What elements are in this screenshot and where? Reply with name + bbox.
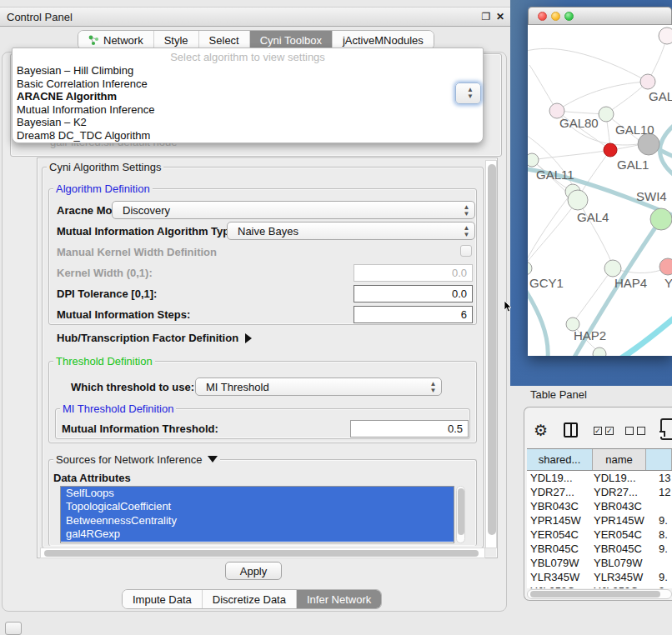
table-cell: YBL079W	[530, 557, 579, 569]
mi-threshold-label: Mutual Information Threshold:	[62, 422, 218, 435]
table-cell: YDR27...	[594, 486, 638, 498]
data-attributes-list: SelfLoopsTopologicalCoefficientBetweenne…	[60, 486, 454, 543]
table-row[interactable]: YLR345WYLR345W9.	[527, 570, 672, 584]
data-attributes-label: Data Attributes	[53, 472, 131, 484]
which-threshold-combobox[interactable]: MI Threshold ▲▼	[195, 378, 442, 396]
apply-button[interactable]: Apply	[225, 562, 282, 580]
network-canvas[interactable]: GALGAL80GAL10GAL1GAL11SWI4GAL4GCY1HAP4YH…	[528, 25, 672, 356]
mouse-cursor	[504, 301, 514, 312]
which-threshold-value: MI Threshold	[206, 381, 269, 393]
tab-style[interactable]: Style	[153, 31, 198, 49]
table-cell: YBL079W	[594, 557, 643, 569]
tab-impute-data[interactable]: Impute Data	[123, 590, 202, 608]
column-header-shared...[interactable]: shared...	[527, 449, 593, 470]
attribute-item-selfloops[interactable]: SelfLoops	[61, 487, 454, 500]
column-header-name[interactable]: name	[593, 449, 646, 470]
node-gal11[interactable]	[528, 153, 539, 167]
table-panel-title: Table Panel	[530, 388, 587, 401]
table-cell: YDR27...	[530, 486, 574, 498]
mi-threshold-field[interactable]: 0.5	[350, 420, 469, 438]
table-row[interactable]: YDR27...YDR27...12	[527, 485, 672, 499]
algorithm-option-dream8-dc-tdc-algorithm[interactable]: Dream8 DC_TDC Algorithm	[13, 129, 483, 142]
node-gcy1[interactable]	[528, 262, 532, 275]
node-top-partial[interactable]	[659, 28, 672, 44]
float-window-icon[interactable]: ❐	[480, 11, 492, 22]
attribute-item-betweennesscentrality[interactable]: BetweennessCentrality	[61, 514, 454, 528]
table-horizontal-scrollbar[interactable]	[527, 589, 672, 599]
settings-vertical-scrollbar[interactable]	[485, 160, 497, 548]
algorithm-option-aracne-algorithm[interactable]: ARACNE Algorithm	[13, 90, 483, 103]
settings-horizontal-scrollbar[interactable]	[40, 548, 485, 558]
tab-discretize-data[interactable]: Discretize Data	[202, 590, 296, 608]
mi-steps-label: Mutual Information Steps:	[57, 308, 190, 321]
table-cell: 9.	[659, 514, 668, 527]
gear-icon[interactable]: ⚙	[534, 421, 548, 440]
mi-type-combobox[interactable]: Naive Bayes ▲▼	[227, 222, 475, 240]
table-cell: 9.	[659, 571, 668, 583]
threshold-definition-legend: Threshold Definition	[53, 355, 155, 368]
kernel-width-field[interactable]: 0.0	[354, 264, 473, 282]
algorithm-option-mutual-information-inference[interactable]: Mutual Information Inference	[13, 103, 483, 117]
which-threshold-label: Which threshold to use:	[71, 381, 194, 393]
table-row[interactable]: YBR043CYBR043C	[527, 499, 672, 513]
tab-label: Network	[103, 34, 143, 47]
table-cell: YPR145W	[594, 514, 644, 527]
column-header-clipped[interactable]	[646, 449, 672, 470]
close-window-icon[interactable]: ✕	[494, 11, 506, 22]
table-row[interactable]: YER054CYER054C8.	[527, 528, 672, 542]
algorithm-dropdown-placeholder: Select algorithm to view settings	[13, 48, 483, 64]
cyni-settings-legend: Cyni Algorithm Settings	[47, 161, 163, 173]
node-gal10[interactable]	[599, 107, 614, 122]
algorithm-option-bayesian-k2[interactable]: Bayesian – K2	[13, 116, 483, 129]
table-header-row: shared...name	[527, 449, 672, 471]
tab-infer-network[interactable]: Infer Network	[296, 590, 381, 608]
control-panel-titlebar: Control Panel ❐ ✕	[0, 7, 510, 27]
collapsed-panel-icon[interactable]	[5, 622, 22, 635]
hub-definition-label: Hub/Transcription Factor Definition	[57, 332, 238, 344]
algorithm-dropdown-popup: Select algorithm to view settings Bayesi…	[12, 48, 484, 143]
table-cell: 8.	[659, 528, 668, 541]
tab-jactivemnodules[interactable]: jActiveMNodules	[332, 31, 434, 49]
tab-select[interactable]: Select	[198, 31, 249, 49]
node-salmon[interactable]	[659, 258, 672, 275]
minimize-traffic-light-icon[interactable]	[551, 12, 560, 21]
table-row[interactable]: YBL079WYBL079W	[527, 556, 672, 570]
aracne-mode-combobox[interactable]: Discovery ▲▼	[112, 201, 475, 219]
node-swi4[interactable]	[650, 208, 672, 230]
network-view-window: GALGAL80GAL10GAL1GAL11SWI4GAL4GCY1HAP4YH…	[528, 7, 672, 356]
table-cell: YBR045C	[594, 542, 642, 555]
algorithm-option-basic-correlation-inference[interactable]: Basic Correlation Inference	[13, 78, 483, 91]
node-gal4-label: GAL4	[577, 210, 609, 224]
algorithm-combobox-fragment[interactable]: ▲▼	[455, 82, 481, 104]
document-icon[interactable]	[660, 418, 672, 440]
attribute-item-gal4rgexp[interactable]: gal4RGexp	[61, 528, 454, 541]
attribute-item-topologicalcoefficient[interactable]: TopologicalCoefficient	[61, 500, 454, 513]
table-row[interactable]: YDL19...YDL19...13	[527, 471, 672, 485]
table-row[interactable]: YPR145WYPR145W9.	[527, 513, 672, 528]
network-window-titlebar	[528, 7, 672, 25]
close-traffic-light-icon[interactable]	[538, 12, 547, 21]
hub-definition-disclosure[interactable]: Hub/Transcription Factor Definition	[57, 332, 252, 344]
table-cell: 13	[659, 472, 670, 484]
node-gal4[interactable]	[568, 190, 588, 210]
node-hap4[interactable]	[604, 260, 621, 277]
mi-type-label: Mutual Information Algorithm Type:	[57, 225, 239, 238]
table-cell: YPR145W	[530, 514, 581, 527]
node-gal1[interactable]	[604, 143, 617, 157]
mi-steps-field[interactable]: 6	[354, 306, 473, 323]
node-hap2-label: HAP2	[574, 328, 606, 342]
dpi-tolerance-field[interactable]: 0.0	[354, 285, 473, 302]
table-row[interactable]: YJL052CYJL052C9	[527, 584, 672, 588]
table-row[interactable]: YBR045CYBR045C9.	[527, 542, 672, 556]
columns-icon[interactable]	[564, 422, 578, 438]
tab-cyni-toolbox[interactable]: Cyni Toolbox	[249, 31, 332, 49]
algorithm-option-bayesian-hill-climbing[interactable]: Bayesian – Hill Climbing	[13, 64, 483, 78]
tab-network[interactable]: Network	[78, 31, 153, 49]
manual-kernel-checkbox[interactable]	[460, 245, 472, 257]
tab-label: Impute Data	[133, 593, 192, 606]
sources-disclosure[interactable]: Sources for Network Inference	[53, 453, 220, 466]
screen: Control Panel ❐ ✕ NetworkStyleSelectCyni…	[0, 0, 672, 635]
node-gal-partial[interactable]	[640, 74, 655, 89]
attributes-list-scrollbar[interactable]	[456, 486, 465, 543]
zoom-traffic-light-icon[interactable]	[564, 12, 574, 21]
